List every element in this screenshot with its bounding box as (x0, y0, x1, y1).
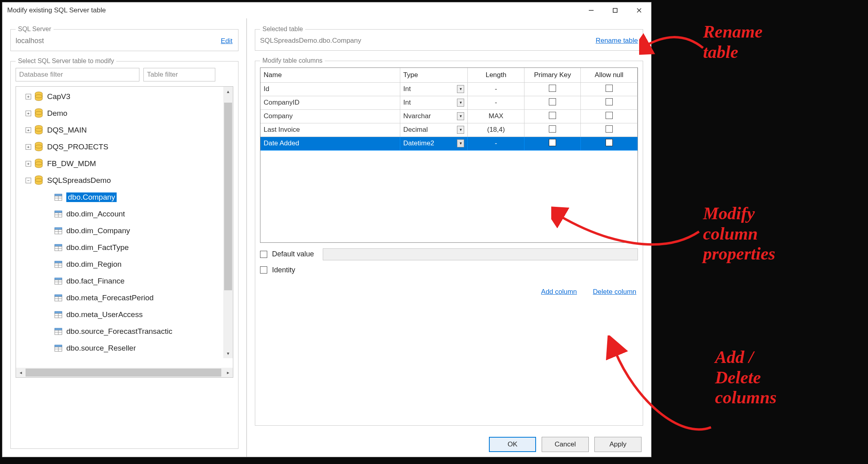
chevron-down-icon[interactable]: ▼ (457, 126, 464, 134)
chevron-down-icon[interactable]: ▼ (457, 99, 464, 107)
dialog-window: Modify existing SQL Server table SQL Ser… (2, 2, 651, 457)
cell-pk[interactable] (524, 109, 581, 123)
tree-table-meta-forecastperiod[interactable]: dbo.meta_ForecastPeriod (16, 290, 233, 306)
tree-table-meta-useraccess[interactable]: dbo.meta_UserAccess (16, 306, 233, 323)
tree-table-source-forecasttransactic[interactable]: dbo.source_ForecastTransactic (16, 323, 233, 340)
tree-view[interactable]: + CapV3 + Demo + (16, 86, 233, 378)
col-header-type[interactable]: Type (400, 68, 468, 82)
checkbox[interactable] (606, 112, 613, 119)
cell-length[interactable]: - (468, 96, 524, 109)
expand-icon[interactable]: + (26, 161, 31, 167)
grid-blank-area[interactable] (260, 151, 638, 242)
tree-table-source-reseller[interactable]: dbo.source_Reseller (16, 340, 233, 357)
tree-table-company[interactable]: dbo.Company (16, 189, 233, 206)
delete-column-link[interactable]: Delete column (593, 288, 636, 296)
tree-table-dim-account[interactable]: dbo.dim_Account (16, 206, 233, 222)
cell-type[interactable]: Int▼ (400, 96, 468, 109)
chevron-down-icon[interactable]: ▼ (457, 139, 464, 147)
cell-name[interactable]: CompanyID (260, 96, 400, 109)
chevron-down-icon[interactable]: ▼ (457, 85, 464, 93)
chevron-down-icon[interactable]: ▼ (457, 112, 464, 120)
cell-length[interactable]: - (468, 82, 524, 96)
database-icon (34, 175, 43, 186)
cell-pk[interactable] (524, 96, 581, 109)
tree-db-dqs-projects[interactable]: + DQS_PROJECTS (16, 139, 233, 155)
default-value-checkbox[interactable] (260, 251, 267, 258)
cell-type[interactable]: Int▼ (400, 82, 468, 96)
col-header-allownull[interactable]: Allow null (581, 68, 638, 82)
tree-db-sqlspreadsdemo[interactable]: − SQLSpreadsDemo (16, 172, 233, 189)
cell-type[interactable]: Decimal▼ (400, 123, 468, 137)
columns-grid[interactable]: Name Type Length Primary Key Allow null … (260, 67, 638, 243)
database-filter-input[interactable] (16, 68, 139, 81)
cell-pk[interactable] (524, 123, 581, 137)
minimize-button[interactable] (579, 2, 603, 18)
edit-server-link[interactable]: Edit (221, 37, 232, 45)
cell-pk[interactable] (524, 82, 581, 96)
cell-name[interactable]: Id (260, 82, 400, 96)
grid-row[interactable]: CompanyNvarchar▼MAX (260, 109, 638, 123)
cell-name[interactable]: Date Added (260, 137, 400, 150)
collapse-icon[interactable]: − (26, 178, 31, 183)
cell-allownull[interactable] (581, 82, 638, 96)
tree-table-fact-finance[interactable]: dbo.fact_Finance (16, 273, 233, 290)
checkbox[interactable] (549, 98, 556, 105)
col-header-name[interactable]: Name (260, 68, 400, 82)
col-header-length[interactable]: Length (468, 68, 524, 82)
cell-type[interactable]: Nvarchar▼ (400, 109, 468, 123)
cell-name[interactable]: Company (260, 109, 400, 123)
grid-row[interactable]: IdInt▼- (260, 82, 638, 96)
cell-type[interactable]: Datetime2▼ (400, 137, 468, 150)
cancel-button[interactable]: Cancel (542, 437, 589, 452)
scroll-right-icon[interactable]: ▸ (223, 368, 233, 377)
grid-row[interactable]: Date AddedDatetime2▼- (260, 137, 638, 150)
tree-db-dqs-main[interactable]: + DQS_MAIN (16, 122, 233, 139)
scroll-left-icon[interactable]: ◂ (16, 368, 26, 377)
close-button[interactable] (627, 2, 651, 18)
tree-table-dim-region[interactable]: dbo.dim_Region (16, 256, 233, 273)
scroll-down-icon[interactable]: ▾ (223, 349, 233, 358)
cell-allownull[interactable] (581, 137, 638, 150)
checkbox[interactable] (606, 98, 613, 105)
grid-row[interactable]: CompanyIDInt▼- (260, 96, 638, 109)
grid-row[interactable]: Last InvoiceDecimal▼(18,4) (260, 123, 638, 137)
scroll-up-icon[interactable]: ▴ (223, 87, 233, 96)
default-value-input[interactable] (323, 248, 638, 260)
tree-table-dim-facttype[interactable]: dbo.dim_FactType (16, 239, 233, 256)
cell-pk[interactable] (524, 137, 581, 150)
maximize-button[interactable] (603, 2, 627, 18)
checkbox[interactable] (549, 112, 556, 119)
scroll-thumb[interactable] (26, 369, 221, 377)
expand-icon[interactable]: + (26, 94, 31, 99)
checkbox[interactable] (549, 85, 556, 92)
checkbox[interactable] (606, 125, 613, 133)
cell-length[interactable]: - (468, 137, 524, 150)
apply-button[interactable]: Apply (594, 437, 642, 452)
cell-allownull[interactable] (581, 109, 638, 123)
tree-db-capv3[interactable]: + CapV3 (16, 88, 233, 105)
table-filter-input[interactable] (143, 68, 215, 81)
rename-table-link[interactable]: Rename table (596, 37, 638, 45)
checkbox[interactable] (549, 125, 556, 133)
checkbox[interactable] (549, 139, 556, 146)
checkbox[interactable] (606, 85, 613, 92)
tree-table-dim-company[interactable]: dbo.dim_Company (16, 222, 233, 239)
expand-icon[interactable]: + (26, 111, 31, 116)
ok-button[interactable]: OK (489, 437, 536, 452)
cell-length[interactable]: MAX (468, 109, 524, 123)
identity-checkbox[interactable] (260, 266, 267, 274)
expand-icon[interactable]: + (26, 127, 31, 133)
scroll-thumb[interactable] (224, 103, 232, 290)
add-column-link[interactable]: Add column (541, 288, 577, 296)
expand-icon[interactable]: + (26, 144, 31, 150)
cell-name[interactable]: Last Invoice (260, 123, 400, 137)
cell-allownull[interactable] (581, 123, 638, 137)
checkbox[interactable] (606, 139, 613, 146)
tree-db-demo[interactable]: + Demo (16, 105, 233, 122)
cell-length[interactable]: (18,4) (468, 123, 524, 137)
col-header-pk[interactable]: Primary Key (524, 68, 581, 82)
vertical-scrollbar[interactable]: ▴ ▾ (223, 87, 233, 358)
tree-db-fb-dw-mdm[interactable]: + FB_DW_MDM (16, 155, 233, 172)
cell-allownull[interactable] (581, 96, 638, 109)
horizontal-scrollbar[interactable]: ◂ ▸ (16, 368, 233, 377)
